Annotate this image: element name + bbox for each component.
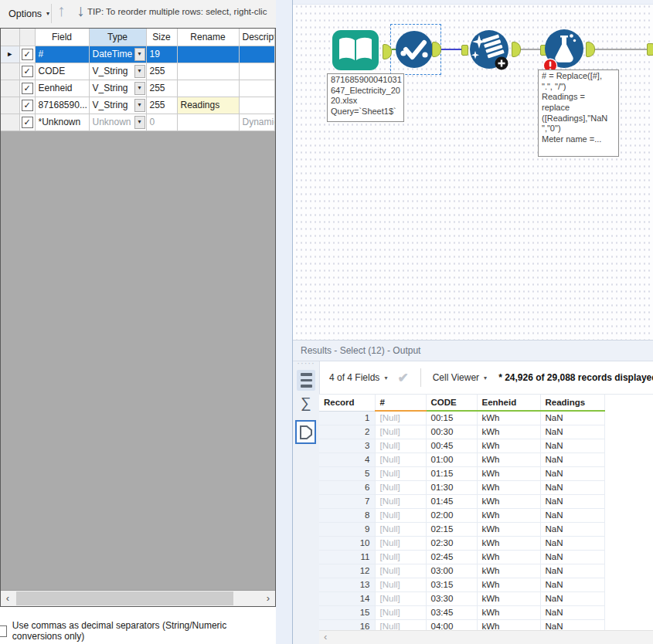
data-cell[interactable]: 01:00: [426, 452, 477, 466]
record-number-cell[interactable]: 5: [319, 466, 375, 480]
field-row[interactable]: ✓EenheidV_String▾255: [1, 80, 275, 97]
hash-column-header[interactable]: #: [375, 395, 426, 411]
data-cell[interactable]: 00:45: [426, 439, 477, 452]
data-cell[interactable]: NaN: [540, 452, 604, 466]
field-name-cell[interactable]: 87168590...: [35, 97, 89, 114]
field-description-cell[interactable]: [239, 46, 275, 63]
type-dropdown[interactable]: ▾: [134, 48, 145, 61]
record-number-cell[interactable]: 14: [319, 591, 375, 605]
record-number-cell[interactable]: 7: [319, 494, 375, 508]
data-cell[interactable]: kWh: [477, 452, 540, 466]
grip-handle-icon[interactable]: ·····: [293, 358, 319, 368]
data-cell[interactable]: kWh: [477, 605, 540, 619]
connection-formula-next[interactable]: [595, 49, 647, 50]
row-selector-cell[interactable]: [1, 63, 19, 80]
field-row[interactable]: ✓*UnknownUnknown▾0Dynamic: [1, 114, 275, 130]
results-horizontal-scrollbar[interactable]: ‹: [319, 630, 653, 644]
table-row[interactable]: 8[Null]02:00kWhNaN: [319, 508, 604, 522]
field-checkbox[interactable]: ✓: [19, 97, 35, 114]
output-anchor-icon[interactable]: [586, 42, 595, 57]
scroll-left-icon[interactable]: ‹: [1, 591, 15, 605]
field-row[interactable]: ►✓#DateTime▾19: [1, 46, 275, 63]
description-column-header[interactable]: Descript: [239, 29, 275, 46]
field-description-cell[interactable]: [239, 80, 275, 97]
data-cell[interactable]: 02:15: [426, 522, 477, 536]
data-cell[interactable]: kWh: [477, 591, 540, 605]
scroll-right-icon[interactable]: ›: [261, 591, 275, 605]
data-cell[interactable]: 03:15: [426, 578, 477, 591]
table-row[interactable]: 10[Null]02:30kWhNaN: [319, 536, 604, 550]
data-cell[interactable]: 02:45: [426, 550, 477, 564]
data-cell[interactable]: 02:00: [426, 508, 477, 522]
workflow-canvas[interactable]: 871685900041031 647_Electricity_20 20.xl…: [293, 0, 653, 340]
row-selector-cell[interactable]: [1, 114, 19, 130]
table-row[interactable]: 12[Null]03:00kWhNaN: [319, 564, 604, 578]
table-row[interactable]: 11[Null]02:45kWhNaN: [319, 550, 604, 564]
field-name-cell[interactable]: *Unknown: [35, 114, 89, 130]
commas-checkbox[interactable]: [0, 625, 7, 637]
data-cell[interactable]: [Null]: [375, 425, 426, 439]
data-cell[interactable]: NaN: [540, 536, 604, 550]
table-row[interactable]: 4[Null]01:00kWhNaN: [319, 452, 604, 466]
field-description-cell[interactable]: Dynamic: [239, 114, 275, 130]
record-number-cell[interactable]: 3: [319, 439, 375, 452]
data-cell[interactable]: [Null]: [375, 439, 426, 452]
move-down-button[interactable]: ↓: [77, 2, 85, 20]
data-cell[interactable]: NaN: [540, 619, 604, 630]
data-cell[interactable]: 00:30: [426, 425, 477, 439]
data-cell[interactable]: kWh: [477, 508, 540, 522]
field-size-cell[interactable]: 0: [146, 114, 177, 130]
record-number-cell[interactable]: 12: [319, 564, 375, 578]
field-row[interactable]: ✓CODEV_String▾255: [1, 63, 275, 80]
connection-select-cleanse[interactable]: [441, 49, 461, 50]
field-checkbox[interactable]: ✓: [19, 63, 35, 80]
eenheid-column-header[interactable]: Eenheid: [477, 395, 540, 411]
field-name-cell[interactable]: CODE: [35, 63, 89, 80]
data-cell[interactable]: NaN: [540, 591, 604, 605]
table-row[interactable]: 6[Null]01:30kWhNaN: [319, 480, 604, 494]
data-cell[interactable]: NaN: [540, 411, 604, 425]
output-anchor-icon[interactable]: [512, 42, 521, 57]
field-description-cell[interactable]: [239, 63, 275, 80]
data-cell[interactable]: kWh: [477, 564, 540, 578]
data-cell[interactable]: 02:30: [426, 536, 477, 550]
select-tool[interactable]: [394, 29, 434, 73]
type-dropdown[interactable]: ▾: [134, 65, 145, 78]
data-cell[interactable]: 00:15: [426, 411, 477, 425]
field-checkbox[interactable]: ✓: [19, 46, 35, 63]
record-number-cell[interactable]: 10: [319, 536, 375, 550]
metadata-view-button[interactable]: ∑: [293, 395, 319, 412]
data-cell[interactable]: NaN: [540, 425, 604, 439]
data-cell[interactable]: NaN: [540, 578, 604, 591]
data-cell[interactable]: kWh: [477, 550, 540, 564]
data-cell[interactable]: kWh: [477, 522, 540, 536]
data-cell[interactable]: [Null]: [375, 466, 426, 480]
data-cell[interactable]: 01:45: [426, 494, 477, 508]
data-cell[interactable]: kWh: [477, 480, 540, 494]
table-row[interactable]: 3[Null]00:45kWhNaN: [319, 439, 604, 452]
table-row[interactable]: 1[Null]00:15kWhNaN: [319, 411, 604, 425]
field-column-header[interactable]: Field: [35, 29, 89, 46]
apply-check-icon[interactable]: ✔: [397, 370, 408, 386]
data-cell[interactable]: kWh: [477, 619, 540, 630]
record-number-cell[interactable]: 9: [319, 522, 375, 536]
table-row[interactable]: 16[Null]04:00kWhNaN: [319, 619, 604, 630]
field-row[interactable]: ✓87168590...V_String▾255Readings: [1, 97, 275, 114]
input-data-tool[interactable]: [332, 29, 379, 74]
panel-divider[interactable]: [276, 0, 292, 644]
data-cleansing-tool[interactable]: [468, 29, 511, 75]
data-cell[interactable]: 01:15: [426, 466, 477, 480]
table-row[interactable]: 2[Null]00:30kWhNaN: [319, 425, 604, 439]
data-cell[interactable]: [Null]: [375, 494, 426, 508]
field-type-cell[interactable]: V_String▾: [89, 63, 146, 80]
scrollbar-track[interactable]: [15, 591, 261, 606]
connection-cleanse-formula[interactable]: [521, 49, 540, 50]
input-tool-annotation[interactable]: 871685900041031 647_Electricity_20 20.xl…: [327, 73, 404, 122]
type-column-header[interactable]: Type: [89, 29, 146, 46]
table-row[interactable]: 5[Null]01:15kWhNaN: [319, 466, 604, 480]
field-type-cell[interactable]: Unknown▾: [89, 114, 146, 130]
field-size-cell[interactable]: 255: [146, 80, 177, 97]
data-cell[interactable]: 01:30: [426, 480, 477, 494]
field-size-cell[interactable]: 19: [146, 46, 177, 63]
chevron-down-icon[interactable]: ▾: [384, 375, 387, 381]
